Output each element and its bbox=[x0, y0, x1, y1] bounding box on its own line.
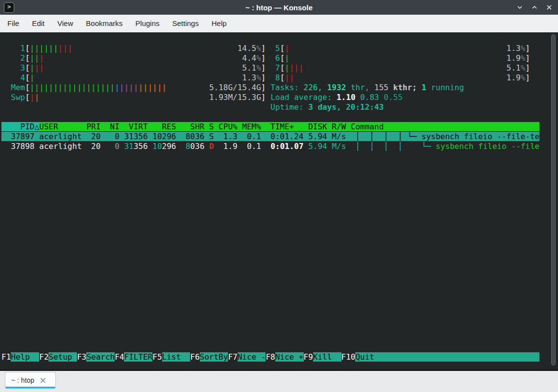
fn-f5-list[interactable]: List bbox=[162, 352, 191, 362]
tab-bar: ~ : htop × bbox=[0, 369, 558, 392]
tab-active-underline bbox=[5, 387, 55, 389]
window-controls bbox=[516, 0, 553, 15]
cpu-meter-row-2-6: 2[||| 4.4%] 6[| 1.9%] bbox=[1, 53, 539, 63]
minimize-button[interactable] bbox=[516, 3, 524, 11]
tab-htop[interactable]: ~ : htop × bbox=[5, 372, 56, 388]
maximize-button[interactable] bbox=[531, 3, 538, 11]
cpu-meter-row-1-5: 1[||||||||| 14.5%] 5[| 1.3%] bbox=[1, 44, 539, 53]
chevron-down-icon bbox=[516, 3, 524, 11]
menu-item-settings[interactable]: Settings bbox=[166, 15, 205, 32]
konsole-app-icon: > bbox=[4, 2, 14, 13]
menu-item-bookmarks[interactable]: Bookmarks bbox=[79, 15, 129, 32]
cpu-meter-row-3-7: 3[||| 5.1%] 7[|||| 5.1%] bbox=[1, 63, 539, 73]
fn-f10-quit[interactable]: Quit bbox=[355, 352, 374, 362]
htop-output: 1[||||||||| 14.5%] 5[| 1.3%] 2[||| 4.4%]… bbox=[1, 44, 539, 151]
menu-item-file[interactable]: File bbox=[1, 15, 25, 32]
process-table-header[interactable]: PID△USER PRI NI VIRT RES SHR S CPU% MEM%… bbox=[1, 122, 539, 132]
menu-item-help[interactable]: Help bbox=[205, 15, 233, 32]
terminal-screen: 1[||||||||| 14.5%] 5[| 1.3%] 2[||| 4.4%]… bbox=[0, 32, 558, 369]
chevron-up-icon bbox=[531, 3, 538, 11]
menu-bar: File Edit View Bookmarks Plugins Setting… bbox=[0, 15, 558, 32]
menu-item-plugins[interactable]: Plugins bbox=[129, 15, 166, 32]
process-row-37897-selected[interactable]: 37897 acerlight 20 0 31356 10296 8036 S … bbox=[1, 132, 539, 142]
fn-f8-nice-plus[interactable]: Nice + bbox=[275, 352, 304, 362]
cpu-meter-row-4-8: 4[| 1.3%] 8[|| 1.9%] bbox=[1, 73, 539, 83]
uptime-line: Uptime: 3 days, 20:12:43 bbox=[1, 102, 539, 112]
fn-f7-nice-minus[interactable]: Nice - bbox=[238, 352, 266, 362]
fn-f2-setup[interactable]: Setup bbox=[49, 352, 77, 362]
window-title: ~ : htop — Konsole bbox=[245, 3, 313, 12]
titlebar: > ~ : htop — Konsole bbox=[0, 0, 558, 15]
menu-item-view[interactable]: View bbox=[51, 15, 79, 32]
swp-meter-and-load: Swp[|| 1.93M/15.3G] Load average: 1.10 0… bbox=[1, 93, 539, 102]
function-key-bar: F1Help F2Setup F3SearchF4FILTERF5List F6… bbox=[1, 352, 539, 362]
konsole-window: > ~ : htop — Konsole File Ed bbox=[0, 0, 558, 392]
mem-meter-and-tasks: Mem[||||||||||||||||||||||||||||| 5.18G/… bbox=[1, 83, 539, 93]
close-button[interactable] bbox=[545, 3, 553, 11]
tab-close-icon[interactable]: × bbox=[39, 377, 47, 384]
fn-f4-filter[interactable]: FILTER bbox=[124, 352, 152, 362]
menu-item-edit[interactable]: Edit bbox=[25, 15, 51, 32]
scrollbar[interactable] bbox=[551, 34, 556, 366]
blank-line bbox=[1, 112, 539, 122]
fn-f1-help[interactable]: Help bbox=[11, 352, 39, 362]
scrollbar-thumb[interactable] bbox=[551, 34, 556, 366]
tab-label: ~ : htop bbox=[11, 376, 34, 384]
fn-f9-kill[interactable]: Kill bbox=[313, 352, 341, 362]
process-row-37898[interactable]: 37898 acerlight 20 0 31356 10296 8036 D … bbox=[1, 142, 539, 151]
fn-f6-sortby[interactable]: SortBy bbox=[200, 352, 228, 362]
close-icon bbox=[545, 3, 553, 11]
fn-f3-search[interactable]: Search bbox=[86, 352, 115, 362]
